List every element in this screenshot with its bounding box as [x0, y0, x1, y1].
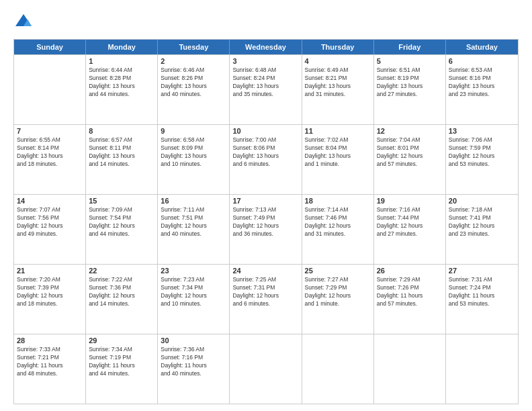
calendar-cell: 26Sunrise: 7:29 AM Sunset: 7:26 PM Dayli…: [374, 265, 446, 334]
day-info: Sunrise: 7:31 AM Sunset: 7:24 PM Dayligh…: [449, 276, 515, 308]
header-day-friday: Friday: [374, 40, 446, 54]
calendar-cell: 24Sunrise: 7:25 AM Sunset: 7:31 PM Dayli…: [230, 265, 302, 334]
day-number: 17: [232, 197, 298, 205]
day-info: Sunrise: 6:49 AM Sunset: 8:21 PM Dayligh…: [305, 66, 371, 99]
day-info: Sunrise: 6:55 AM Sunset: 8:14 PM Dayligh…: [17, 136, 83, 169]
logo: [13, 12, 36, 32]
calendar-cell: 3Sunrise: 6:48 AM Sunset: 8:24 PM Daylig…: [230, 55, 302, 124]
day-info: Sunrise: 7:00 AM Sunset: 8:06 PM Dayligh…: [232, 136, 298, 169]
calendar-cell: 19Sunrise: 7:16 AM Sunset: 7:44 PM Dayli…: [374, 195, 446, 264]
day-info: Sunrise: 6:57 AM Sunset: 8:11 PM Dayligh…: [89, 136, 154, 169]
day-info: Sunrise: 7:22 AM Sunset: 7:36 PM Dayligh…: [89, 276, 154, 308]
calendar-cell: 18Sunrise: 7:14 AM Sunset: 7:46 PM Dayli…: [302, 195, 374, 264]
calendar-cell: 4Sunrise: 6:49 AM Sunset: 8:21 PM Daylig…: [302, 55, 374, 124]
day-number: 16: [161, 197, 226, 205]
week-row-5: 28Sunrise: 7:33 AM Sunset: 7:21 PM Dayli…: [14, 334, 518, 404]
calendar-cell: 17Sunrise: 7:13 AM Sunset: 7:49 PM Dayli…: [230, 195, 302, 264]
day-info: Sunrise: 7:14 AM Sunset: 7:46 PM Dayligh…: [305, 206, 371, 238]
calendar-cell: 10Sunrise: 7:00 AM Sunset: 8:06 PM Dayli…: [230, 125, 302, 194]
day-number: 15: [89, 197, 154, 205]
day-number: 7: [17, 127, 83, 135]
calendar-cell: 29Sunrise: 7:34 AM Sunset: 7:19 PM Dayli…: [86, 334, 158, 404]
week-row-2: 7Sunrise: 6:55 AM Sunset: 8:14 PM Daylig…: [14, 124, 518, 194]
calendar-cell: 25Sunrise: 7:27 AM Sunset: 7:29 PM Dayli…: [302, 265, 374, 334]
day-number: 21: [17, 267, 83, 275]
calendar-cell: 16Sunrise: 7:11 AM Sunset: 7:51 PM Dayli…: [158, 195, 230, 264]
day-info: Sunrise: 6:51 AM Sunset: 8:19 PM Dayligh…: [377, 66, 443, 99]
day-number: 20: [449, 197, 515, 205]
header-day-tuesday: Tuesday: [158, 40, 230, 54]
calendar-cell: [230, 334, 302, 404]
day-info: Sunrise: 7:18 AM Sunset: 7:41 PM Dayligh…: [449, 206, 515, 238]
calendar-cell: 22Sunrise: 7:22 AM Sunset: 7:36 PM Dayli…: [86, 265, 158, 334]
day-info: Sunrise: 7:27 AM Sunset: 7:29 PM Dayligh…: [305, 276, 371, 308]
calendar-cell: 1Sunrise: 6:44 AM Sunset: 8:28 PM Daylig…: [86, 55, 158, 124]
day-number: 10: [232, 127, 298, 135]
day-number: 12: [377, 127, 443, 135]
calendar: SundayMondayTuesdayWednesdayThursdayFrid…: [13, 39, 519, 404]
calendar-cell: 6Sunrise: 6:53 AM Sunset: 8:16 PM Daylig…: [446, 55, 518, 124]
day-number: 30: [161, 336, 226, 345]
calendar-cell: 13Sunrise: 7:06 AM Sunset: 7:59 PM Dayli…: [446, 125, 518, 194]
header-day-saturday: Saturday: [446, 40, 518, 54]
day-number: 27: [449, 267, 515, 275]
day-number: 14: [17, 197, 83, 205]
day-number: 4: [305, 57, 371, 65]
calendar-cell: 5Sunrise: 6:51 AM Sunset: 8:19 PM Daylig…: [374, 55, 446, 124]
day-info: Sunrise: 6:53 AM Sunset: 8:16 PM Dayligh…: [449, 66, 515, 99]
day-info: Sunrise: 7:11 AM Sunset: 7:51 PM Dayligh…: [161, 206, 226, 238]
day-number: 19: [377, 197, 443, 205]
day-info: Sunrise: 6:58 AM Sunset: 8:09 PM Dayligh…: [161, 136, 226, 169]
day-number: 13: [449, 127, 515, 135]
calendar-cell: [14, 55, 86, 124]
day-info: Sunrise: 7:29 AM Sunset: 7:26 PM Dayligh…: [377, 276, 443, 308]
day-number: 29: [89, 336, 154, 345]
week-row-4: 21Sunrise: 7:20 AM Sunset: 7:39 PM Dayli…: [14, 264, 518, 334]
calendar-cell: [374, 334, 446, 404]
day-number: 1: [89, 57, 154, 65]
header-day-thursday: Thursday: [302, 40, 374, 54]
calendar-cell: 14Sunrise: 7:07 AM Sunset: 7:56 PM Dayli…: [14, 195, 86, 264]
page: SundayMondayTuesdayWednesdayThursdayFrid…: [0, 0, 532, 411]
calendar-cell: 9Sunrise: 6:58 AM Sunset: 8:09 PM Daylig…: [158, 125, 230, 194]
day-number: 23: [161, 267, 226, 275]
day-info: Sunrise: 7:13 AM Sunset: 7:49 PM Dayligh…: [232, 206, 298, 238]
day-info: Sunrise: 7:09 AM Sunset: 7:54 PM Dayligh…: [89, 206, 154, 238]
day-number: 3: [232, 57, 298, 65]
day-info: Sunrise: 7:20 AM Sunset: 7:39 PM Dayligh…: [17, 276, 83, 308]
day-info: Sunrise: 7:04 AM Sunset: 8:01 PM Dayligh…: [377, 136, 443, 169]
day-number: 22: [89, 267, 154, 275]
day-info: Sunrise: 6:44 AM Sunset: 8:28 PM Dayligh…: [89, 66, 154, 99]
day-number: 5: [377, 57, 443, 65]
day-number: 11: [305, 127, 371, 135]
calendar-body: 1Sunrise: 6:44 AM Sunset: 8:28 PM Daylig…: [14, 54, 518, 404]
day-number: 25: [305, 267, 371, 275]
day-number: 28: [17, 336, 83, 345]
day-info: Sunrise: 7:34 AM Sunset: 7:19 PM Dayligh…: [89, 346, 154, 378]
calendar-cell: [446, 334, 518, 404]
week-row-3: 14Sunrise: 7:07 AM Sunset: 7:56 PM Dayli…: [14, 194, 518, 264]
calendar-cell: 20Sunrise: 7:18 AM Sunset: 7:41 PM Dayli…: [446, 195, 518, 264]
day-info: Sunrise: 7:23 AM Sunset: 7:34 PM Dayligh…: [161, 276, 226, 308]
logo-icon: [13, 12, 34, 32]
calendar-cell: 28Sunrise: 7:33 AM Sunset: 7:21 PM Dayli…: [14, 334, 86, 404]
week-row-1: 1Sunrise: 6:44 AM Sunset: 8:28 PM Daylig…: [14, 54, 518, 124]
day-number: 9: [161, 127, 226, 135]
day-info: Sunrise: 7:36 AM Sunset: 7:16 PM Dayligh…: [161, 346, 226, 378]
calendar-cell: 15Sunrise: 7:09 AM Sunset: 7:54 PM Dayli…: [86, 195, 158, 264]
header-day-sunday: Sunday: [14, 40, 86, 54]
calendar-cell: 11Sunrise: 7:02 AM Sunset: 8:04 PM Dayli…: [302, 125, 374, 194]
day-info: Sunrise: 7:07 AM Sunset: 7:56 PM Dayligh…: [17, 206, 83, 238]
day-number: 18: [305, 197, 371, 205]
day-number: 2: [161, 57, 226, 65]
calendar-cell: 23Sunrise: 7:23 AM Sunset: 7:34 PM Dayli…: [158, 265, 230, 334]
calendar-cell: 21Sunrise: 7:20 AM Sunset: 7:39 PM Dayli…: [14, 265, 86, 334]
calendar-cell: [302, 334, 374, 404]
day-number: 8: [89, 127, 154, 135]
calendar-cell: 12Sunrise: 7:04 AM Sunset: 8:01 PM Dayli…: [374, 125, 446, 194]
day-info: Sunrise: 7:02 AM Sunset: 8:04 PM Dayligh…: [305, 136, 371, 169]
header-day-monday: Monday: [86, 40, 158, 54]
day-info: Sunrise: 7:33 AM Sunset: 7:21 PM Dayligh…: [17, 346, 83, 378]
calendar-cell: 2Sunrise: 6:46 AM Sunset: 8:26 PM Daylig…: [158, 55, 230, 124]
calendar-cell: 8Sunrise: 6:57 AM Sunset: 8:11 PM Daylig…: [86, 125, 158, 194]
